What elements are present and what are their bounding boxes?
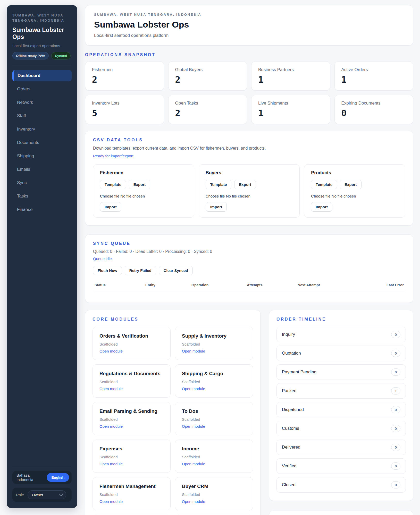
module-title: Buyer CRM <box>182 484 246 489</box>
open-module-link[interactable]: Open module <box>182 387 205 391</box>
sidebar: SUMBAWA, WEST NUSA TENGGARA, INDONESIA S… <box>7 5 77 508</box>
choose-file-button[interactable]: Choose file <box>311 194 330 198</box>
choose-file-button[interactable]: Choose file <box>100 194 119 198</box>
stat-card-active-orders: Active Orders 1 <box>334 61 414 91</box>
open-module-link[interactable]: Open module <box>99 349 123 353</box>
open-module-link[interactable]: Open module <box>99 424 123 428</box>
stage-count-badge: 0 <box>391 481 400 488</box>
stat-label: Expiring Documents <box>341 101 407 106</box>
offline-ready-badge: Offline-ready PWA <box>12 52 49 59</box>
sidebar-item-network[interactable]: Network <box>12 97 72 108</box>
module-title: To Dos <box>182 408 246 414</box>
column-header-operation: Operation <box>191 283 247 287</box>
stat-card-inventory-lots: Inventory Lots 5 <box>85 95 164 124</box>
module-status: Scaffolded <box>182 492 246 497</box>
sidebar-item-documents[interactable]: Documents <box>12 137 72 148</box>
file-status-text: No file chosen <box>226 194 250 198</box>
stat-card-live-shipments: Live Shipments 1 <box>251 95 330 124</box>
stage-label: Dispatched <box>282 407 304 412</box>
clear-synced-button[interactable]: Clear Synced <box>159 266 193 275</box>
module-card-income: Income Scaffolded Open module <box>175 440 253 473</box>
import-button[interactable]: Import <box>206 202 227 212</box>
stage-label: Customs <box>282 426 299 431</box>
role-label: Role <box>16 493 24 497</box>
open-module-link[interactable]: Open module <box>99 462 123 466</box>
module-title: Shipping & Cargo <box>182 371 246 376</box>
open-module-link[interactable]: Open module <box>99 499 123 504</box>
open-module-link[interactable]: Open module <box>99 387 123 391</box>
stat-label: Inventory Lots <box>92 101 157 106</box>
import-button[interactable]: Import <box>311 202 332 212</box>
sidebar-divider <box>12 65 72 65</box>
stat-label: Active Orders <box>341 67 407 72</box>
timeline-stage-inquiry: Inquiry 0 <box>276 327 406 342</box>
sidebar-item-emails[interactable]: Emails <box>12 164 72 175</box>
column-header-status: Status <box>95 283 145 287</box>
timeline-stage-delivered: Delivered 0 <box>276 440 406 455</box>
flush-now-button[interactable]: Flush Now <box>93 266 122 275</box>
stat-card-open-tasks: Open Tasks 2 <box>168 95 247 124</box>
sidebar-item-staff[interactable]: Staff <box>12 110 72 122</box>
import-button[interactable]: Import <box>100 202 121 212</box>
sync-queue-table-header: Status Entity Operation Attempts Next At… <box>93 283 405 291</box>
language-toggle[interactable]: Bahasa Indonesia English <box>12 471 72 484</box>
open-module-link[interactable]: Open module <box>182 462 205 466</box>
sync-queue-heading: SYNC QUEUE <box>93 241 405 246</box>
module-title: Orders & Verification <box>99 333 164 339</box>
csv-data-tools-card: CSV DATA TOOLS Download templates, expor… <box>85 131 413 226</box>
page-header-card: SUMBAWA, WEST NUSA TENGGARA, INDONESIA S… <box>85 5 413 46</box>
column-header-entity: Entity <box>145 283 191 287</box>
sidebar-bottom-divider <box>12 466 72 466</box>
open-module-link[interactable]: Open module <box>182 499 205 504</box>
csv-tools-description: Download templates, export current data,… <box>93 146 405 151</box>
template-button[interactable]: Template <box>311 180 337 189</box>
sidebar-item-tasks[interactable]: Tasks <box>12 191 72 202</box>
csv-file-input[interactable]: Choose file No file chosen <box>206 194 293 198</box>
open-module-link[interactable]: Open module <box>182 424 205 428</box>
stat-label: Fishermen <box>92 67 157 72</box>
sync-queue-status: Queue idle. <box>93 256 405 261</box>
stage-label: Payment Pending <box>282 370 316 375</box>
sidebar-item-inventory[interactable]: Inventory <box>12 124 72 135</box>
page-title: Sumbawa Lobster Ops <box>94 20 404 30</box>
right-column: ORDER TIMELINE Inquiry 0 Quotation 0 Pay… <box>269 310 413 515</box>
stage-count-badge: 0 <box>391 425 400 432</box>
timeline-stage-customs: Customs 0 <box>276 421 406 436</box>
module-status: Scaffolded <box>99 492 164 497</box>
sidebar-item-orders[interactable]: Orders <box>12 83 72 95</box>
export-button[interactable]: Export <box>234 180 256 189</box>
sidebar-location-eyebrow: SUMBAWA, WEST NUSA TENGGARA, INDONESIA <box>12 13 72 23</box>
module-title: Regulations & Documents <box>99 371 164 376</box>
export-button[interactable]: Export <box>340 180 362 189</box>
export-button[interactable]: Export <box>129 180 150 189</box>
csv-file-input[interactable]: Choose file No file chosen <box>311 194 398 198</box>
module-card-to-dos: To Dos Scaffolded Open module <box>175 402 253 435</box>
stat-card-fishermen: Fishermen 2 <box>85 61 164 91</box>
open-module-link[interactable]: Open module <box>182 349 205 353</box>
sidebar-item-sync[interactable]: Sync <box>12 177 72 188</box>
template-button[interactable]: Template <box>100 180 126 189</box>
timeline-stage-packed: Packed 1 <box>276 383 406 399</box>
retry-failed-button[interactable]: Retry Failed <box>125 266 156 275</box>
csv-tools-status: Ready for import/export. <box>93 154 405 158</box>
sidebar-item-finance[interactable]: Finance <box>12 204 72 215</box>
template-button[interactable]: Template <box>206 180 232 189</box>
language-option-english[interactable]: English <box>47 473 69 482</box>
role-select[interactable]: Owner <box>28 490 66 499</box>
sidebar-item-dashboard[interactable]: Dashboard <box>12 70 72 81</box>
choose-file-button[interactable]: Choose file <box>206 194 225 198</box>
csv-group-fishermen: Fishermen Template Export Choose file No… <box>93 164 194 218</box>
module-status: Scaffolded <box>99 455 164 459</box>
module-title: Fishermen Management <box>99 484 164 489</box>
csv-file-input[interactable]: Choose file No file chosen <box>100 194 187 198</box>
sidebar-item-shipping[interactable]: Shipping <box>12 150 72 162</box>
timeline-stage-payment-pending: Payment Pending 0 <box>276 364 406 380</box>
language-option-indonesian[interactable]: Bahasa Indonesia <box>16 473 47 482</box>
module-status: Scaffolded <box>182 417 246 422</box>
csv-group-title: Products <box>311 170 398 176</box>
module-title: Email Parsing & Sending <box>99 408 164 414</box>
module-card-regulations-documents: Regulations & Documents Scaffolded Open … <box>93 364 171 398</box>
stage-label: Closed <box>282 482 296 487</box>
stat-label: Global Buyers <box>175 67 240 72</box>
order-timeline-heading: ORDER TIMELINE <box>276 317 406 322</box>
